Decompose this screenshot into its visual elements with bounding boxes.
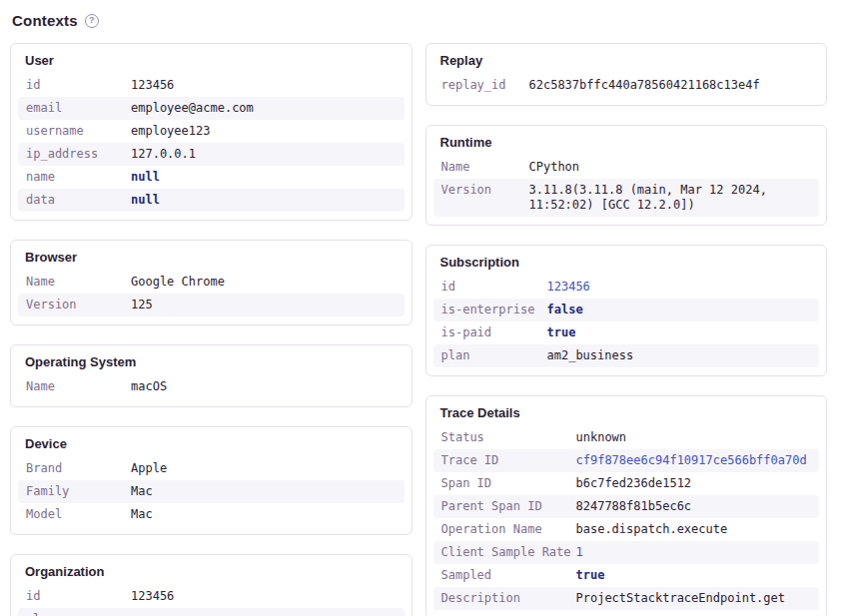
context-card: User id 123456 email employee@acme.com u…: [10, 43, 413, 221]
key-value-row: id 123456: [18, 585, 405, 608]
key-value-list: id 123456 is-enterprise false is-paid tr…: [433, 276, 820, 367]
card-title: User: [18, 51, 405, 74]
context-card: Subscription id 123456 is-enterprise fal…: [425, 245, 828, 376]
row-key: Sampled: [441, 568, 576, 583]
section-heading: Contexts ?: [12, 12, 827, 29]
row-key: Family: [26, 484, 131, 499]
card-title: Runtime: [433, 133, 820, 156]
row-value: 3.11.8(3.11.8 (main, Mar 12 2024, 11:52:…: [529, 183, 812, 213]
row-value: Apple: [131, 461, 397, 476]
key-value-row: replay_id 62c5837bffc440a78560421168c13e…: [433, 74, 820, 97]
row-key: Description: [441, 591, 576, 606]
card-columns: User id 123456 email employee@acme.com u…: [10, 43, 827, 616]
row-value: true: [547, 325, 812, 340]
row-value: false: [547, 303, 812, 317]
key-value-row: Operation Name base.dispatch.execute: [433, 518, 820, 541]
key-value-row: ip_address 127.0.0.1: [18, 143, 405, 166]
card-title: Operating System: [18, 352, 405, 375]
row-value: employee@acme.com: [131, 101, 397, 116]
row-value: CPython: [529, 160, 812, 175]
row-key: ip_address: [26, 147, 131, 162]
card-title: Trace Details: [433, 403, 820, 426]
row-key: Span ID: [441, 476, 576, 491]
key-value-row: Family Mac: [18, 480, 405, 503]
row-key: Operation Name: [441, 522, 576, 537]
row-value: b6c7fed236de1512: [576, 476, 812, 491]
key-value-row: Name Google Chrome: [18, 271, 405, 294]
row-value: 123456: [131, 589, 397, 604]
row-value: Mac: [131, 507, 397, 522]
row-key: id: [26, 78, 131, 93]
row-value: ProjectStacktraceEndpoint.get: [576, 591, 812, 606]
key-value-list: Brand Apple Family Mac Model Mac: [18, 457, 405, 526]
row-key: Client Sample Rate: [441, 545, 576, 560]
key-value-row: Brand Apple: [18, 457, 405, 480]
key-value-row: slug acme: [18, 608, 405, 616]
row-value: am2_business: [547, 348, 812, 363]
row-key: email: [26, 101, 131, 116]
row-value: Mac: [131, 484, 397, 499]
row-value: true: [576, 568, 812, 583]
context-card: Trace Details Status unknown Trace ID cf…: [425, 395, 828, 616]
context-card: Operating System Name macOS: [10, 344, 413, 407]
row-key: data: [26, 193, 131, 208]
row-key: name: [26, 170, 131, 185]
row-value: acme: [131, 612, 397, 616]
key-value-row: Name CPython: [433, 156, 820, 179]
contexts-page: Contexts ? User id 123456 email employee…: [0, 0, 843, 616]
row-key: Trace ID: [441, 453, 576, 468]
row-value: base.dispatch.execute: [576, 522, 812, 537]
row-key: is-paid: [441, 325, 547, 340]
row-value: employee123: [131, 124, 397, 139]
key-value-list: replay_id 62c5837bffc440a78560421168c13e…: [433, 74, 820, 97]
key-value-row: id 123456: [433, 276, 820, 299]
key-value-row: id 123456: [18, 74, 405, 97]
row-value: macOS: [131, 379, 397, 394]
key-value-row: Name macOS: [18, 375, 405, 398]
key-value-list: Name CPython Version 3.11.8(3.11.8 (main…: [433, 156, 820, 217]
key-value-row: Sampled true: [433, 564, 820, 587]
key-value-row: plan am2_business: [433, 344, 820, 367]
row-key: Brand: [26, 461, 131, 476]
row-key: slug: [26, 612, 131, 616]
row-key: id: [441, 280, 547, 295]
key-value-row: Model Mac: [18, 503, 405, 526]
key-value-row: Description ProjectStacktraceEndpoint.ge…: [433, 587, 820, 610]
question-mark-circle-icon[interactable]: ?: [85, 14, 99, 28]
key-value-row: Trace ID cf9f878ee6c94f10917ce566bff0a70…: [433, 449, 820, 472]
context-card: Replay replay_id 62c5837bffc440a78560421…: [425, 43, 828, 106]
row-value: null: [131, 193, 397, 208]
row-key: Name: [26, 379, 131, 394]
context-card: Device Brand Apple Family Mac Model Mac: [10, 426, 413, 535]
context-card: Browser Name Google Chrome Version 125: [10, 240, 413, 325]
row-value: 62c5837bffc440a78560421168c13e4f: [529, 78, 812, 93]
row-key: Version: [441, 183, 529, 213]
row-key: replay_id: [441, 78, 529, 93]
row-key: Name: [26, 275, 131, 290]
card-title: Browser: [18, 248, 405, 271]
key-value-row: Span ID b6c7fed236de1512: [433, 472, 820, 495]
key-value-row: name null: [18, 166, 405, 189]
right-column: Replay replay_id 62c5837bffc440a78560421…: [425, 43, 828, 616]
left-column: User id 123456 email employee@acme.com u…: [10, 43, 413, 616]
row-key: Version: [26, 298, 131, 312]
row-key: Status: [441, 430, 576, 445]
key-value-row: data null: [18, 189, 405, 212]
key-value-list: id 123456 email employee@acme.com userna…: [18, 74, 405, 212]
row-key: id: [26, 589, 131, 604]
value-link[interactable]: cf9f878ee6c94f10917ce566bff0a70d: [576, 453, 812, 468]
row-key: Parent Span ID: [441, 499, 576, 514]
card-title: Subscription: [433, 253, 820, 276]
key-value-row: Parent Span ID 8247788f81b5ec6c: [433, 495, 820, 518]
row-value: Google Chrome: [131, 275, 397, 290]
card-title: Device: [18, 434, 405, 457]
row-value: 1: [576, 545, 812, 560]
key-value-row: Client Sample Rate 1: [433, 541, 820, 564]
key-value-row: email employee@acme.com: [18, 97, 405, 120]
row-value: 123456: [547, 280, 812, 295]
row-key: Model: [26, 507, 131, 522]
key-value-list: id 123456 slug acme: [18, 585, 405, 616]
row-value: null: [131, 170, 397, 185]
key-value-row: username employee123: [18, 120, 405, 143]
context-card: Runtime Name CPython Version 3.11.8(3.11…: [425, 125, 828, 226]
